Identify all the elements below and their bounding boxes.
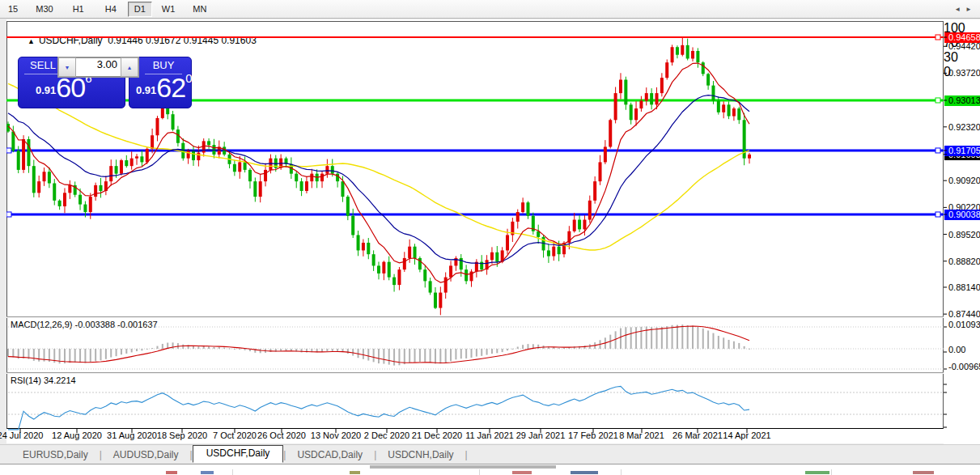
ma-slow-line — [8, 83, 749, 250]
line-handle[interactable] — [6, 148, 11, 153]
date-axis-label: 31 Aug 2020 — [107, 430, 157, 440]
date-axis-label: 14 Apr 2021 — [723, 430, 770, 440]
collapse-arrow-icon[interactable]: ▲ — [28, 37, 35, 45]
date-axis-label: 11 Jan 2021 — [465, 430, 514, 440]
date-axis-label: 13 Nov 2020 — [311, 430, 361, 440]
price-axis-label: 0.88140 — [948, 282, 980, 292]
chart-ohlc-values: 0.91446 0.91672 0.91445 0.91603 — [108, 35, 257, 46]
chart-tab-eurusd[interactable]: EURUSD,Daily — [11, 447, 100, 462]
price-level-badge: 0.94658 — [944, 32, 980, 43]
macd-signal-line — [8, 326, 749, 363]
price-axis-label: 0.87440 — [948, 309, 980, 319]
mt4-application: 15M30H1H4D1W1MN ▲USDCHF,Daily 0.91446 0.… — [0, 0, 980, 475]
buy-price-sup: 0 — [185, 71, 192, 85]
timeframe-button-mn[interactable]: MN — [186, 2, 213, 17]
date-axis-label: 12 Aug 2020 — [52, 430, 102, 440]
date-axis-label: 8 Mar 2021 — [619, 430, 664, 440]
price-axis-label: 0.93720 — [948, 68, 980, 78]
line-handle[interactable] — [935, 212, 940, 217]
price-axis-label: 0.88820 — [948, 257, 980, 266]
rsi-panel-separator[interactable] — [6, 372, 980, 374]
background-scrollbar-thumb — [370, 465, 556, 469]
price-axis[interactable]: 0.944200.937200.923200.909200.902200.895… — [944, 21, 980, 448]
line-handle[interactable] — [935, 35, 940, 40]
lot-increase-button[interactable]: ▲ — [121, 57, 138, 77]
buy-price[interactable]: 0.91620 — [136, 71, 192, 104]
macd-histogram — [7, 324, 750, 365]
date-axis-label: 29 Jan 2021 — [516, 430, 566, 440]
date-axis-label: 18 Sep 2020 — [157, 430, 207, 440]
price-axis-label: 0.94420 — [948, 41, 980, 51]
lot-size-spinner: ▼ 3.00 ▲ — [57, 57, 139, 78]
date-axis-label: 24 Jul 2020 — [0, 430, 43, 440]
macd-axis-label: -0.009653 — [948, 362, 980, 371]
tab-scroll-arrows[interactable]: ◄► — [954, 6, 977, 13]
buy-price-small: 0.91 — [136, 84, 156, 96]
date-axis-label: 17 Feb 2021 — [568, 430, 618, 440]
price-axis-label: 0.92320 — [948, 122, 980, 132]
macd-panel-separator[interactable] — [6, 316, 980, 318]
tab-separator: | — [465, 449, 468, 460]
sell-price-small: 0.91 — [36, 84, 56, 96]
ma-mid-line — [8, 95, 749, 264]
one-click-trading-panel: SELL BUY ▼ 3.00 ▲ 0.91606 0.91620 — [18, 57, 192, 108]
price-axis-label: 0.90920 — [948, 176, 980, 185]
chart-title: ▲USDCHF,Daily 0.91446 0.91672 0.91445 0.… — [11, 23, 257, 57]
timeframe-button-m30[interactable]: M30 — [29, 2, 59, 17]
rsi-label: RSI(14) 34.2214 — [11, 375, 76, 385]
tab-scroll-right-icon[interactable]: ► — [965, 6, 977, 13]
chart-tab-bar: EURUSD,Daily|AUDUSD,Daily|USDCHF,Daily|U… — [0, 444, 980, 464]
price-axis-label: 0.89520 — [948, 230, 980, 240]
chart-window: ▲USDCHF,Daily 0.91446 0.91672 0.91445 0.… — [6, 19, 980, 443]
lot-size-input[interactable]: 3.00 — [76, 57, 121, 77]
timeframe-button-w1[interactable]: W1 — [155, 2, 182, 17]
line-handle[interactable] — [6, 212, 11, 217]
chart-tab-usdchf[interactable]: USDCHF,Daily — [193, 445, 284, 463]
timeframe-button-15[interactable]: 15 — [2, 2, 24, 17]
tab-scroll-left-icon[interactable]: ◄ — [954, 6, 965, 13]
rsi-axis-label: 30 — [944, 50, 980, 65]
rsi-line — [8, 386, 749, 430]
macd-label: MACD(12,26,9) -0.003388 -0.001637 — [11, 320, 158, 329]
date-axis-label: 7 Oct 2020 — [213, 430, 257, 440]
chart-tab-usdcad[interactable]: USDCAD,Daily — [286, 447, 374, 462]
timeframe-toolbar: 15M30H1H4D1W1MN — [0, 0, 980, 19]
date-axis-label: 26 Oct 2020 — [257, 430, 306, 440]
timeframe-button-h4[interactable]: H4 — [99, 2, 123, 17]
timeframe-button-d1[interactable]: D1 — [128, 2, 152, 17]
price-level-badge: 0.93013 — [944, 95, 980, 106]
macd-axis-label: 0.00 — [948, 345, 965, 354]
line-handle[interactable] — [935, 98, 940, 103]
price-level-badge: 0.91705 — [944, 146, 980, 156]
line-handle[interactable] — [935, 148, 940, 153]
chart-tab-usdcnh[interactable]: USDCNH,Daily — [376, 447, 465, 462]
date-axis-label: 26 Mar 2021 — [672, 430, 723, 440]
buy-price-big: 62 — [156, 72, 185, 103]
lot-decrease-button[interactable]: ▼ — [58, 57, 76, 77]
date-axis-label: 2 Dec 2020 — [364, 430, 409, 440]
date-axis-label: 21 Dec 2020 — [412, 430, 462, 440]
chart-tab-audusd[interactable]: AUDUSD,Daily — [102, 447, 190, 462]
background-window-sliver — [0, 464, 980, 475]
timeframe-button-h1[interactable]: H1 — [66, 2, 91, 17]
price-level-badge: 0.90038 — [944, 210, 980, 220]
macd-axis-label: 0.010933 — [948, 320, 980, 329]
chart-symbol-label: USDCHF,Daily — [39, 35, 103, 46]
